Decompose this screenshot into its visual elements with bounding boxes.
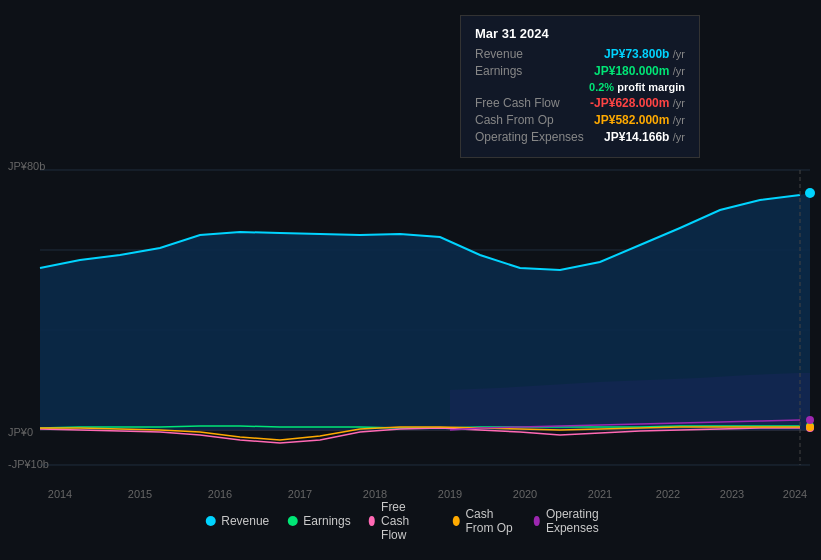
x-label-2023: 2023	[720, 488, 744, 500]
tooltip-revenue-row: Revenue JP¥73.800b /yr	[475, 47, 685, 61]
legend-cashop: Cash From Op	[453, 507, 515, 535]
tooltip-date: Mar 31 2024	[475, 26, 685, 41]
legend-revenue-label: Revenue	[221, 514, 269, 528]
tooltip-fcf-value: -JP¥628.000m /yr	[590, 96, 685, 110]
tooltip-revenue-label: Revenue	[475, 47, 523, 61]
legend-revenue-dot	[205, 516, 215, 526]
x-label-2017: 2017	[288, 488, 312, 500]
tooltip-opex-label: Operating Expenses	[475, 130, 584, 144]
legend-fcf-label: Free Cash Flow	[381, 500, 435, 542]
svg-point-10	[806, 423, 814, 431]
tooltip-earnings-row: Earnings JP¥180.000m /yr	[475, 64, 685, 78]
legend-fcf: Free Cash Flow	[369, 500, 435, 542]
x-label-2015: 2015	[128, 488, 152, 500]
y-label-80b: JP¥80b	[8, 160, 45, 172]
x-label-2016: 2016	[208, 488, 232, 500]
x-label-2022: 2022	[656, 488, 680, 500]
chart-legend: Revenue Earnings Free Cash Flow Cash Fro…	[205, 500, 616, 542]
legend-earnings: Earnings	[287, 514, 350, 528]
tooltip-margin-value: 0.2% profit margin	[589, 81, 685, 93]
tooltip-fcf-row: Free Cash Flow -JP¥628.000m /yr	[475, 96, 685, 110]
tooltip-earnings-value: JP¥180.000m /yr	[594, 64, 685, 78]
legend-opex: Operating Expenses	[534, 507, 616, 535]
tooltip-cashop-value: JP¥582.000m /yr	[594, 113, 685, 127]
tooltip-opex-row: Operating Expenses JP¥14.166b /yr	[475, 130, 685, 144]
tooltip-panel: Mar 31 2024 Revenue JP¥73.800b /yr Earni…	[460, 15, 700, 158]
y-label-neg10b: -JP¥10b	[8, 458, 49, 470]
tooltip-opex-value: JP¥14.166b /yr	[604, 130, 685, 144]
legend-cashop-label: Cash From Op	[465, 507, 515, 535]
legend-opex-dot	[534, 516, 540, 526]
tooltip-earnings-label: Earnings	[475, 64, 522, 78]
x-label-2019: 2019	[438, 488, 462, 500]
tooltip-revenue-value: JP¥73.800b /yr	[604, 47, 685, 61]
legend-earnings-label: Earnings	[303, 514, 350, 528]
legend-opex-label: Operating Expenses	[546, 507, 616, 535]
tooltip-cashop-row: Cash From Op JP¥582.000m /yr	[475, 113, 685, 127]
legend-fcf-dot	[369, 516, 375, 526]
legend-earnings-dot	[287, 516, 297, 526]
chart-container: JP¥80b JP¥0 -JP¥10b 2014 2015 2016 2017 …	[0, 0, 821, 560]
svg-point-11	[806, 416, 814, 424]
tooltip-fcf-label: Free Cash Flow	[475, 96, 560, 110]
legend-revenue: Revenue	[205, 514, 269, 528]
tooltip-margin-row: 0.2% profit margin	[475, 81, 685, 93]
x-label-2018: 2018	[363, 488, 387, 500]
x-label-2020: 2020	[513, 488, 537, 500]
x-label-2021: 2021	[588, 488, 612, 500]
x-label-2014: 2014	[48, 488, 72, 500]
legend-cashop-dot	[453, 516, 459, 526]
tooltip-cashop-label: Cash From Op	[475, 113, 554, 127]
y-label-0: JP¥0	[8, 426, 33, 438]
svg-point-7	[805, 188, 815, 198]
x-label-2024: 2024	[783, 488, 807, 500]
